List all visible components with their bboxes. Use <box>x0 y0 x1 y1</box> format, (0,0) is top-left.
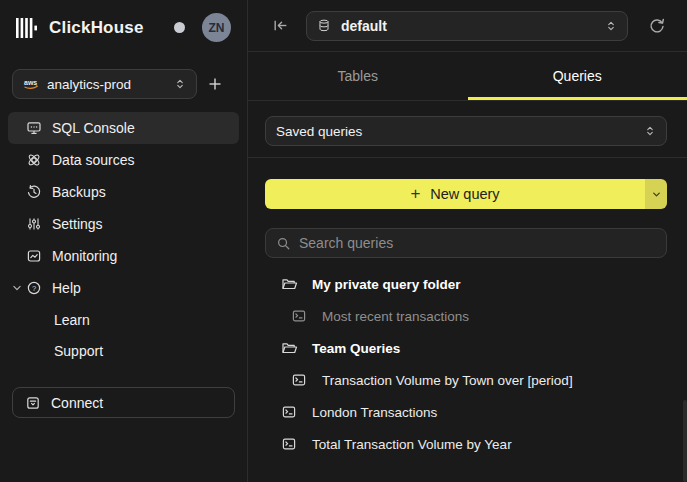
tree-query[interactable]: London Transactions <box>248 396 687 428</box>
help-icon: ? <box>26 280 42 296</box>
new-query-button[interactable]: + New query <box>265 179 645 209</box>
status-dot <box>174 22 185 33</box>
clickhouse-logo-icon <box>16 18 40 38</box>
search-queries-box <box>265 228 667 258</box>
sidebar-item-label: Backups <box>52 184 106 200</box>
data-sources-icon <box>26 152 42 168</box>
chevron-updown-icon <box>644 124 656 138</box>
tree-label: Team Queries <box>312 341 400 356</box>
queries-panel: default Tables Queries Saved queries <box>248 0 687 482</box>
tab-tables[interactable]: Tables <box>248 52 468 100</box>
scrollbar-thumb[interactable] <box>683 400 687 482</box>
connect-button[interactable]: Connect <box>12 387 235 418</box>
sidebar-item-label: Settings <box>52 216 103 232</box>
folder-open-icon <box>281 340 298 356</box>
sidebar-item-support[interactable]: Support <box>8 335 239 366</box>
connect-icon <box>25 395 41 411</box>
sidebar-item-monitoring[interactable]: Monitoring <box>8 240 239 272</box>
sidebar-item-backups[interactable]: Backups <box>8 176 239 208</box>
sidebar-item-label: Help <box>52 280 81 296</box>
query-icon <box>291 308 308 324</box>
database-icon <box>317 18 331 33</box>
sql-console-icon <box>26 120 42 136</box>
query-icon <box>281 436 298 452</box>
new-query-split-button: + New query <box>265 179 667 209</box>
panel-topbar: default <box>248 0 687 52</box>
tree-query[interactable]: Most recent transactions <box>248 300 687 332</box>
sidebar-item-label: SQL Console <box>52 120 135 136</box>
sidebar-item-sql-console[interactable]: SQL Console <box>8 112 239 144</box>
backups-icon <box>26 184 42 200</box>
sidebar-item-settings[interactable]: Settings <box>8 208 239 240</box>
svg-text:?: ? <box>32 284 36 293</box>
refresh-icon <box>648 17 666 35</box>
settings-icon <box>26 216 42 232</box>
sidebar-item-label: Monitoring <box>52 248 117 264</box>
collapse-sidebar-button[interactable] <box>272 17 289 34</box>
sidebar-item-label: Data sources <box>52 152 134 168</box>
saved-queries-selector[interactable]: Saved queries <box>265 116 667 146</box>
tree-label: My private query folder <box>312 277 461 292</box>
chevron-down-icon <box>651 189 662 200</box>
chevron-updown-icon <box>605 19 617 33</box>
new-query-options-button[interactable] <box>645 179 667 209</box>
app-window: ClickHouse ZN aws analytics-prod <box>0 0 687 482</box>
sidebar-header: ClickHouse ZN <box>0 0 247 55</box>
sidebar-item-help[interactable]: ? Help <box>8 272 239 304</box>
sidebar-item-learn[interactable]: Learn <box>8 304 239 335</box>
service-row: aws analytics-prod <box>0 55 247 99</box>
plus-icon <box>207 76 223 92</box>
service-name: analytics-prod <box>47 77 131 92</box>
search-icon <box>276 236 291 251</box>
brand-title: ClickHouse <box>49 18 144 38</box>
saved-queries-row: Saved queries <box>248 101 687 146</box>
connect-label: Connect <box>51 395 103 411</box>
sidebar-item-data-sources[interactable]: Data sources <box>8 144 239 176</box>
add-service-button[interactable] <box>207 76 223 92</box>
svg-text:aws: aws <box>24 79 37 86</box>
refresh-button[interactable] <box>648 17 666 35</box>
tree-label: London Transactions <box>312 405 437 420</box>
query-icon <box>281 404 298 420</box>
monitoring-icon <box>26 248 42 264</box>
tree-query[interactable]: Total Transaction Volume by Year <box>248 428 687 460</box>
tree-label: Transaction Volume by Town over [period] <box>322 373 573 388</box>
tab-queries[interactable]: Queries <box>468 52 687 100</box>
tree-query[interactable]: Transaction Volume by Town over [period] <box>248 364 687 396</box>
avatar[interactable]: ZN <box>202 13 231 42</box>
panel-tabs: Tables Queries <box>248 52 687 101</box>
arrow-bar-left-icon <box>272 17 289 34</box>
plus-icon: + <box>410 184 420 204</box>
tree-folder[interactable]: Team Queries <box>248 332 687 364</box>
search-queries-input[interactable] <box>299 235 656 251</box>
database-name: default <box>341 18 387 34</box>
query-tree: My private query folder Most recent tran… <box>248 268 687 460</box>
sidebar: ClickHouse ZN aws analytics-prod <box>0 0 248 482</box>
new-query-label: New query <box>430 186 499 202</box>
aws-icon: aws <box>23 78 39 90</box>
chevron-updown-icon <box>174 77 186 91</box>
tree-folder[interactable]: My private query folder <box>248 268 687 300</box>
saved-queries-value: Saved queries <box>276 124 362 139</box>
divider <box>248 157 687 158</box>
service-selector[interactable]: aws analytics-prod <box>12 69 197 99</box>
database-selector[interactable]: default <box>306 11 628 41</box>
tree-label: Most recent transactions <box>322 309 469 324</box>
sidebar-nav: SQL Console Data sources <box>0 112 247 366</box>
tree-label: Total Transaction Volume by Year <box>312 437 512 452</box>
query-icon <box>291 372 308 388</box>
chevron-down-icon[interactable] <box>12 283 22 293</box>
folder-open-icon <box>281 276 298 292</box>
